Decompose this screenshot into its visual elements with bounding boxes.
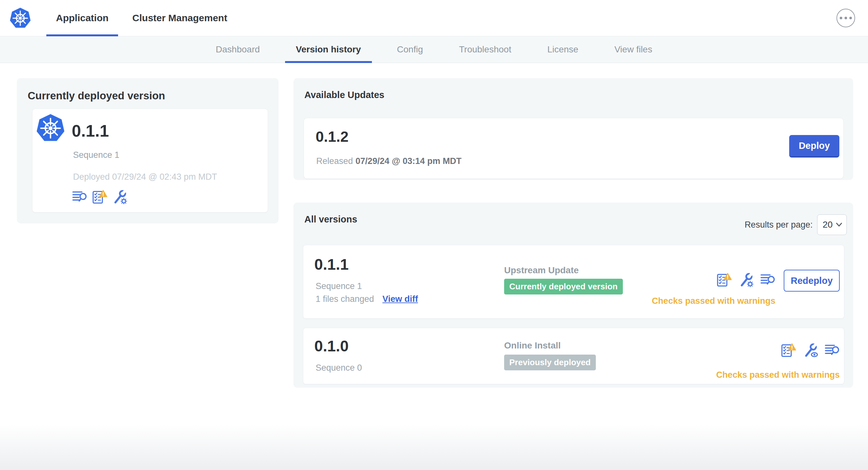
available-updates-card: Available Updates 0.1.2 Released07/29/24… (293, 78, 853, 180)
current-version-actions (72, 189, 127, 204)
files-changed-label: 1 files changed (316, 294, 374, 304)
tab-cluster-management[interactable]: Cluster Management (123, 0, 237, 36)
ellipsis-dot (844, 17, 847, 19)
header-nav: Application Cluster Management (46, 0, 241, 36)
files-changed-line: 1 files changed View diff (316, 294, 418, 304)
kubernetes-logo-icon (10, 8, 31, 28)
view-diff-link[interactable]: View diff (382, 294, 418, 304)
subnav-tab-troubleshoot[interactable]: Troubleshoot (448, 36, 522, 63)
results-per-page-label: Results per page: (744, 220, 813, 230)
top-header: Application Cluster Management (0, 0, 868, 36)
currently-deployed-title: Currently deployed version (28, 90, 165, 102)
deploy-logs-icon[interactable] (761, 272, 775, 287)
version-source-label: Online Install (504, 340, 561, 351)
subnav-tab-label: Troubleshoot (459, 44, 511, 55)
subnav-tab-version-history[interactable]: Version history (285, 36, 372, 63)
deploy-logs-icon[interactable] (72, 189, 87, 204)
row-sequence: Sequence 1 (316, 281, 362, 291)
view-config-icon[interactable] (803, 343, 818, 358)
row-version-number: 0.1.0 (314, 338, 349, 354)
version-row: 0.1.1 Sequence 1 1 files changed View di… (303, 245, 844, 318)
deploy-button[interactable]: Deploy (789, 135, 839, 158)
subnav-tab-config[interactable]: Config (386, 36, 434, 63)
available-update-row: 0.1.2 Released07/29/24 @ 03:14 pm MDT De… (304, 118, 843, 179)
all-versions-card: All versions Results per page: 20 0.1.1 … (293, 203, 853, 388)
subnav-tab-dashboard[interactable]: Dashboard (205, 36, 271, 63)
update-version-number: 0.1.2 (316, 129, 348, 144)
preflight-status-text: Checks passed with warnings (652, 296, 775, 306)
all-versions-title: All versions (304, 214, 357, 225)
released-label: Released (316, 156, 353, 166)
row-version-number: 0.1.1 (314, 257, 349, 272)
redeploy-button[interactable]: Redeploy (784, 270, 840, 292)
tab-application[interactable]: Application (46, 0, 118, 36)
preflight-checks-warning-icon[interactable] (717, 272, 732, 287)
currently-deployed-version-panel: 0.1.1 Sequence 1 Deployed 07/29/24 @ 02:… (32, 109, 268, 212)
subnav-tab-label: Dashboard (216, 44, 260, 55)
chevron-down-icon (836, 223, 843, 227)
subnav-tab-license[interactable]: License (536, 36, 589, 63)
tab-cluster-management-label: Cluster Management (132, 12, 227, 24)
kubernetes-app-icon (36, 114, 65, 142)
previously-deployed-badge: Previously deployed (504, 355, 596, 370)
currently-deployed-card: Currently deployed version 0.1.1 Sequenc… (17, 78, 279, 224)
subnav-tab-label: View files (615, 44, 652, 55)
preflight-checks-warning-icon[interactable] (92, 189, 107, 204)
ellipsis-dot (849, 17, 852, 19)
edit-config-icon[interactable] (739, 272, 753, 287)
deploy-logs-icon[interactable] (825, 343, 840, 358)
preflight-status-text: Checks passed with warnings (716, 370, 840, 380)
page-footer: v1.112.1 (0, 424, 868, 470)
version-row-actions (781, 343, 840, 358)
current-version-sequence: Sequence 1 (73, 150, 119, 160)
version-row-actions (717, 272, 775, 287)
results-per-page-select[interactable]: 20 (817, 214, 847, 235)
ellipsis-menu-button[interactable] (836, 9, 855, 27)
tab-application-label: Application (56, 12, 108, 24)
current-version-deployed-timestamp: Deployed 07/29/24 @ 02:43 pm MDT (73, 172, 217, 182)
edit-config-icon[interactable] (112, 189, 127, 204)
current-version-number: 0.1.1 (72, 123, 109, 139)
update-released-line: Released07/29/24 @ 03:14 pm MDT (316, 156, 462, 166)
released-date: 07/29/24 @ 03:14 pm MDT (355, 156, 461, 166)
currently-deployed-badge: Currently deployed version (504, 279, 623, 295)
subnav-tab-label: Config (397, 44, 423, 55)
preflight-checks-warning-icon[interactable] (781, 343, 796, 358)
version-row: 0.1.0 Sequence 0 Online Install Previous… (303, 328, 844, 384)
subnav-tab-view-files[interactable]: View files (603, 36, 663, 63)
ellipsis-dot (840, 17, 842, 19)
available-updates-title: Available Updates (304, 90, 384, 100)
subnav-tab-label: License (547, 44, 579, 55)
results-per-page: Results per page: 20 (744, 214, 847, 235)
app-subnav: Dashboard Version history Config Trouble… (0, 36, 868, 63)
results-per-page-value: 20 (823, 220, 833, 230)
row-sequence: Sequence 0 (316, 363, 362, 373)
subnav-tab-label: Version history (296, 44, 361, 55)
version-source-label: Upstream Update (504, 265, 579, 275)
